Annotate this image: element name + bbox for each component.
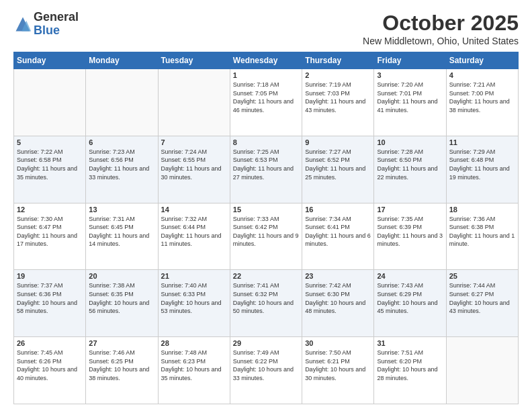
table-row: 4Sunrise: 7:21 AM Sunset: 7:00 PM Daylig… — [446, 69, 518, 136]
month-title: October 2025 — [363, 11, 519, 36]
day-info: Sunrise: 7:34 AM Sunset: 6:41 PM Dayligh… — [305, 215, 371, 248]
col-tuesday: Tuesday — [158, 52, 230, 69]
table-row: 11Sunrise: 7:29 AM Sunset: 6:48 PM Dayli… — [446, 136, 518, 203]
day-info: Sunrise: 7:18 AM Sunset: 7:05 PM Dayligh… — [233, 81, 299, 114]
day-number: 23 — [305, 272, 371, 280]
day-info: Sunrise: 7:35 AM Sunset: 6:39 PM Dayligh… — [377, 215, 443, 248]
table-row: 22Sunrise: 7:41 AM Sunset: 6:32 PM Dayli… — [230, 270, 302, 337]
table-row: 12Sunrise: 7:30 AM Sunset: 6:47 PM Dayli… — [14, 203, 86, 270]
day-info: Sunrise: 7:44 AM Sunset: 6:27 PM Dayligh… — [449, 281, 515, 315]
calendar: Sunday Monday Tuesday Wednesday Thursday… — [13, 52, 519, 404]
table-row: 19Sunrise: 7:37 AM Sunset: 6:36 PM Dayli… — [14, 270, 86, 337]
table-row: 1Sunrise: 7:18 AM Sunset: 7:05 PM Daylig… — [230, 69, 302, 136]
day-number: 28 — [161, 339, 227, 347]
day-number: 8 — [233, 138, 299, 146]
day-info: Sunrise: 7:48 AM Sunset: 6:23 PM Dayligh… — [161, 349, 227, 382]
day-info: Sunrise: 7:20 AM Sunset: 7:01 PM Dayligh… — [377, 81, 443, 114]
day-number: 25 — [449, 272, 515, 280]
day-number: 24 — [377, 272, 443, 280]
table-row — [158, 69, 230, 136]
col-wednesday: Wednesday — [230, 52, 302, 69]
logo: General Blue — [13, 11, 79, 38]
day-info: Sunrise: 7:25 AM Sunset: 6:53 PM Dayligh… — [233, 148, 299, 181]
col-thursday: Thursday — [302, 52, 374, 69]
day-info: Sunrise: 7:41 AM Sunset: 6:32 PM Dayligh… — [233, 281, 299, 315]
day-number: 10 — [377, 138, 443, 146]
calendar-week-row: 26Sunrise: 7:45 AM Sunset: 6:26 PM Dayli… — [14, 337, 519, 404]
col-saturday: Saturday — [446, 52, 518, 69]
table-row: 8Sunrise: 7:25 AM Sunset: 6:53 PM Daylig… — [230, 136, 302, 203]
day-number: 15 — [233, 205, 299, 214]
day-number: 27 — [89, 339, 154, 347]
table-row: 16Sunrise: 7:34 AM Sunset: 6:41 PM Dayli… — [302, 203, 374, 270]
table-row: 24Sunrise: 7:43 AM Sunset: 6:29 PM Dayli… — [374, 270, 446, 337]
col-sunday: Sunday — [14, 52, 86, 69]
day-info: Sunrise: 7:38 AM Sunset: 6:35 PM Dayligh… — [89, 281, 154, 315]
table-row: 21Sunrise: 7:40 AM Sunset: 6:33 PM Dayli… — [158, 270, 230, 337]
day-number: 3 — [377, 71, 443, 79]
day-info: Sunrise: 7:28 AM Sunset: 6:50 PM Dayligh… — [377, 148, 443, 181]
day-info: Sunrise: 7:21 AM Sunset: 7:00 PM Dayligh… — [449, 81, 515, 114]
table-row — [446, 337, 518, 404]
col-monday: Monday — [86, 52, 158, 69]
day-info: Sunrise: 7:30 AM Sunset: 6:47 PM Dayligh… — [17, 215, 83, 248]
table-row: 7Sunrise: 7:24 AM Sunset: 6:55 PM Daylig… — [158, 136, 230, 203]
day-info: Sunrise: 7:46 AM Sunset: 6:25 PM Dayligh… — [89, 349, 154, 382]
day-info: Sunrise: 7:29 AM Sunset: 6:48 PM Dayligh… — [449, 148, 515, 181]
table-row: 2Sunrise: 7:19 AM Sunset: 7:03 PM Daylig… — [302, 69, 374, 136]
logo-general-text: General — [34, 11, 79, 24]
day-number: 2 — [305, 71, 371, 79]
day-info: Sunrise: 7:42 AM Sunset: 6:30 PM Dayligh… — [305, 281, 371, 315]
table-row — [86, 69, 158, 136]
table-row: 17Sunrise: 7:35 AM Sunset: 6:39 PM Dayli… — [374, 203, 446, 270]
day-info: Sunrise: 7:31 AM Sunset: 6:45 PM Dayligh… — [89, 215, 154, 248]
table-row: 9Sunrise: 7:27 AM Sunset: 6:52 PM Daylig… — [302, 136, 374, 203]
day-info: Sunrise: 7:45 AM Sunset: 6:26 PM Dayligh… — [17, 349, 83, 382]
day-number: 6 — [89, 138, 154, 146]
table-row: 3Sunrise: 7:20 AM Sunset: 7:01 PM Daylig… — [374, 69, 446, 136]
header: General Blue October 2025 New Middletown… — [13, 11, 519, 46]
day-info: Sunrise: 7:51 AM Sunset: 6:20 PM Dayligh… — [377, 349, 443, 382]
col-friday: Friday — [374, 52, 446, 69]
day-number: 20 — [89, 272, 154, 280]
day-number: 9 — [305, 138, 371, 146]
table-row: 30Sunrise: 7:50 AM Sunset: 6:21 PM Dayli… — [302, 337, 374, 404]
location: New Middletown, Ohio, United States — [363, 36, 519, 46]
day-info: Sunrise: 7:19 AM Sunset: 7:03 PM Dayligh… — [305, 81, 371, 114]
table-row: 25Sunrise: 7:44 AM Sunset: 6:27 PM Dayli… — [446, 270, 518, 337]
table-row: 18Sunrise: 7:36 AM Sunset: 6:38 PM Dayli… — [446, 203, 518, 270]
day-number: 29 — [233, 339, 299, 347]
day-number: 5 — [17, 138, 83, 146]
table-row: 14Sunrise: 7:32 AM Sunset: 6:44 PM Dayli… — [158, 203, 230, 270]
day-info: Sunrise: 7:49 AM Sunset: 6:22 PM Dayligh… — [233, 349, 299, 382]
day-number: 11 — [449, 138, 515, 146]
day-number: 1 — [233, 71, 299, 79]
table-row: 10Sunrise: 7:28 AM Sunset: 6:50 PM Dayli… — [374, 136, 446, 203]
day-number: 31 — [377, 339, 443, 347]
day-number: 16 — [305, 205, 371, 214]
table-row — [14, 69, 86, 136]
day-number: 4 — [449, 71, 515, 79]
day-number: 26 — [17, 339, 83, 347]
table-row: 27Sunrise: 7:46 AM Sunset: 6:25 PM Dayli… — [86, 337, 158, 404]
day-number: 30 — [305, 339, 371, 347]
day-info: Sunrise: 7:24 AM Sunset: 6:55 PM Dayligh… — [161, 148, 227, 181]
table-row: 28Sunrise: 7:48 AM Sunset: 6:23 PM Dayli… — [158, 337, 230, 404]
table-row: 23Sunrise: 7:42 AM Sunset: 6:30 PM Dayli… — [302, 270, 374, 337]
table-row: 26Sunrise: 7:45 AM Sunset: 6:26 PM Dayli… — [14, 337, 86, 404]
table-row: 13Sunrise: 7:31 AM Sunset: 6:45 PM Dayli… — [86, 203, 158, 270]
table-row: 6Sunrise: 7:23 AM Sunset: 6:56 PM Daylig… — [86, 136, 158, 203]
day-number: 14 — [161, 205, 227, 214]
day-number: 17 — [377, 205, 443, 214]
day-number: 22 — [233, 272, 299, 280]
day-info: Sunrise: 7:40 AM Sunset: 6:33 PM Dayligh… — [161, 281, 227, 315]
day-info: Sunrise: 7:23 AM Sunset: 6:56 PM Dayligh… — [89, 148, 154, 181]
title-block: October 2025 New Middletown, Ohio, Unite… — [363, 11, 519, 46]
day-info: Sunrise: 7:22 AM Sunset: 6:58 PM Dayligh… — [17, 148, 83, 181]
table-row: 5Sunrise: 7:22 AM Sunset: 6:58 PM Daylig… — [14, 136, 86, 203]
calendar-header-row: Sunday Monday Tuesday Wednesday Thursday… — [14, 52, 519, 69]
calendar-week-row: 5Sunrise: 7:22 AM Sunset: 6:58 PM Daylig… — [14, 136, 519, 203]
table-row: 15Sunrise: 7:33 AM Sunset: 6:42 PM Dayli… — [230, 203, 302, 270]
day-info: Sunrise: 7:32 AM Sunset: 6:44 PM Dayligh… — [161, 215, 227, 248]
logo-blue-text: Blue — [34, 24, 79, 38]
